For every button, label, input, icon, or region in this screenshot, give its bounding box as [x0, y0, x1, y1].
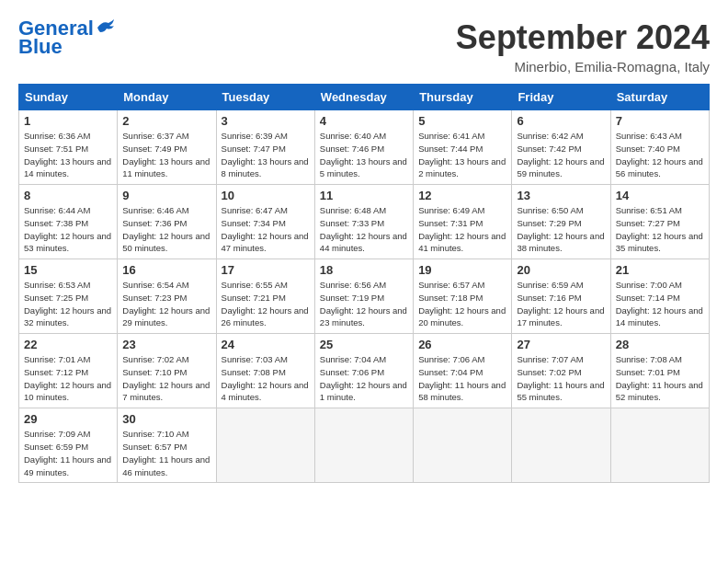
- calendar-table: SundayMondayTuesdayWednesdayThursdayFrid…: [18, 84, 710, 483]
- day-info: Sunrise: 6:50 AMSunset: 7:29 PMDaylight:…: [517, 205, 604, 253]
- weekday-header-sunday: Sunday: [19, 85, 118, 110]
- day-number: 8: [24, 189, 112, 202]
- day-info: Sunrise: 7:06 AMSunset: 7:04 PMDaylight:…: [418, 354, 506, 402]
- logo: General Blue: [18, 18, 116, 57]
- day-info: Sunrise: 6:42 AMSunset: 7:42 PMDaylight:…: [517, 131, 604, 178]
- calendar-day-cell: 17 Sunrise: 6:55 AMSunset: 7:21 PMDaylig…: [216, 259, 314, 334]
- day-number: 19: [418, 263, 506, 277]
- day-info: Sunrise: 6:43 AMSunset: 7:40 PMDaylight:…: [616, 131, 703, 178]
- day-info: Sunrise: 6:55 AMSunset: 7:21 PMDaylight:…: [222, 280, 309, 327]
- day-info: Sunrise: 6:44 AMSunset: 7:38 PMDaylight:…: [24, 205, 111, 253]
- day-info: Sunrise: 7:02 AMSunset: 7:10 PMDaylight:…: [122, 354, 210, 402]
- day-number: 6: [517, 114, 605, 128]
- day-number: 13: [517, 189, 605, 202]
- empty-cell: [414, 408, 512, 483]
- day-info: Sunrise: 6:56 AMSunset: 7:19 PMDaylight:…: [320, 280, 407, 327]
- day-info: Sunrise: 7:09 AMSunset: 6:59 PMDaylight:…: [24, 429, 111, 477]
- day-number: 3: [222, 114, 310, 128]
- calendar-day-cell: 23 Sunrise: 7:02 AMSunset: 7:10 PMDaylig…: [118, 334, 216, 408]
- day-info: Sunrise: 6:49 AMSunset: 7:31 PMDaylight:…: [418, 205, 506, 253]
- day-number: 22: [24, 338, 112, 351]
- weekday-header-wednesday: Wednesday: [314, 85, 413, 110]
- day-info: Sunrise: 6:57 AMSunset: 7:18 PMDaylight:…: [418, 280, 506, 327]
- day-number: 20: [517, 263, 605, 277]
- calendar-day-cell: 20 Sunrise: 6:59 AMSunset: 7:16 PMDaylig…: [512, 259, 610, 334]
- day-number: 10: [222, 189, 310, 202]
- calendar-day-cell: 27 Sunrise: 7:07 AMSunset: 7:02 PMDaylig…: [512, 334, 610, 408]
- day-info: Sunrise: 6:54 AMSunset: 7:23 PMDaylight:…: [122, 280, 210, 327]
- day-number: 23: [122, 338, 210, 351]
- weekday-header-friday: Friday: [512, 85, 610, 110]
- day-number: 1: [24, 114, 112, 128]
- empty-cell: [512, 408, 610, 483]
- day-info: Sunrise: 7:00 AMSunset: 7:14 PMDaylight:…: [616, 280, 703, 327]
- logo-bird-icon: [96, 18, 116, 35]
- weekday-header-tuesday: Tuesday: [216, 85, 314, 110]
- calendar-day-cell: 6 Sunrise: 6:42 AMSunset: 7:42 PMDayligh…: [512, 110, 610, 185]
- day-info: Sunrise: 6:47 AMSunset: 7:34 PMDaylight:…: [222, 205, 309, 253]
- day-info: Sunrise: 7:08 AMSunset: 7:01 PMDaylight:…: [616, 354, 703, 402]
- weekday-header-saturday: Saturday: [610, 85, 709, 110]
- day-info: Sunrise: 7:10 AMSunset: 6:57 PMDaylight:…: [122, 429, 210, 477]
- calendar-day-cell: 19 Sunrise: 6:57 AMSunset: 7:18 PMDaylig…: [414, 259, 512, 334]
- month-title: September 2024: [456, 18, 710, 57]
- page-header: General Blue September 2024 Minerbio, Em…: [18, 18, 710, 75]
- calendar-day-cell: 10 Sunrise: 6:47 AMSunset: 7:34 PMDaylig…: [216, 185, 314, 259]
- calendar-day-cell: 30 Sunrise: 7:10 AMSunset: 6:57 PMDaylig…: [118, 408, 216, 483]
- day-number: 26: [418, 338, 506, 351]
- calendar-day-cell: 12 Sunrise: 6:49 AMSunset: 7:31 PMDaylig…: [414, 185, 512, 259]
- day-number: 25: [320, 338, 408, 351]
- weekday-header-thursday: Thursday: [414, 85, 512, 110]
- day-info: Sunrise: 7:04 AMSunset: 7:06 PMDaylight:…: [320, 354, 407, 402]
- day-info: Sunrise: 6:36 AMSunset: 7:51 PMDaylight:…: [24, 131, 111, 178]
- empty-cell: [610, 408, 709, 483]
- calendar-day-cell: 22 Sunrise: 7:01 AMSunset: 7:12 PMDaylig…: [19, 334, 118, 408]
- day-info: Sunrise: 6:59 AMSunset: 7:16 PMDaylight:…: [517, 280, 604, 327]
- day-number: 30: [122, 412, 210, 426]
- calendar-day-cell: 21 Sunrise: 7:00 AMSunset: 7:14 PMDaylig…: [610, 259, 709, 334]
- calendar-day-cell: 26 Sunrise: 7:06 AMSunset: 7:04 PMDaylig…: [414, 334, 512, 408]
- calendar-day-cell: 8 Sunrise: 6:44 AMSunset: 7:38 PMDayligh…: [19, 185, 118, 259]
- location-subtitle: Minerbio, Emilia-Romagna, Italy: [456, 59, 710, 75]
- calendar-day-cell: 15 Sunrise: 6:53 AMSunset: 7:25 PMDaylig…: [19, 259, 118, 334]
- day-number: 17: [222, 263, 310, 277]
- day-info: Sunrise: 6:51 AMSunset: 7:27 PMDaylight:…: [616, 205, 703, 253]
- calendar-day-cell: 24 Sunrise: 7:03 AMSunset: 7:08 PMDaylig…: [216, 334, 314, 408]
- calendar-day-cell: 18 Sunrise: 6:56 AMSunset: 7:19 PMDaylig…: [314, 259, 413, 334]
- day-info: Sunrise: 7:01 AMSunset: 7:12 PMDaylight:…: [24, 354, 111, 402]
- day-info: Sunrise: 7:07 AMSunset: 7:02 PMDaylight:…: [517, 354, 604, 402]
- calendar-day-cell: 4 Sunrise: 6:40 AMSunset: 7:46 PMDayligh…: [314, 110, 413, 185]
- day-number: 4: [320, 114, 408, 128]
- calendar-day-cell: 2 Sunrise: 6:37 AMSunset: 7:49 PMDayligh…: [118, 110, 216, 185]
- calendar-day-cell: 29 Sunrise: 7:09 AMSunset: 6:59 PMDaylig…: [19, 408, 118, 483]
- calendar-day-cell: 7 Sunrise: 6:43 AMSunset: 7:40 PMDayligh…: [610, 110, 709, 185]
- day-info: Sunrise: 6:48 AMSunset: 7:33 PMDaylight:…: [320, 205, 407, 253]
- day-info: Sunrise: 6:53 AMSunset: 7:25 PMDaylight:…: [24, 280, 111, 327]
- day-number: 21: [616, 263, 704, 277]
- day-number: 15: [24, 263, 112, 277]
- day-info: Sunrise: 6:46 AMSunset: 7:36 PMDaylight:…: [122, 205, 210, 253]
- day-number: 2: [122, 114, 210, 128]
- day-info: Sunrise: 6:39 AMSunset: 7:47 PMDaylight:…: [222, 131, 309, 178]
- weekday-header-monday: Monday: [118, 85, 216, 110]
- day-number: 16: [122, 263, 210, 277]
- empty-cell: [216, 408, 314, 483]
- day-info: Sunrise: 6:41 AMSunset: 7:44 PMDaylight:…: [418, 131, 506, 178]
- calendar-day-cell: 16 Sunrise: 6:54 AMSunset: 7:23 PMDaylig…: [118, 259, 216, 334]
- day-info: Sunrise: 6:37 AMSunset: 7:49 PMDaylight:…: [122, 131, 210, 178]
- calendar-day-cell: 5 Sunrise: 6:41 AMSunset: 7:44 PMDayligh…: [414, 110, 512, 185]
- day-number: 7: [616, 114, 704, 128]
- calendar-day-cell: 13 Sunrise: 6:50 AMSunset: 7:29 PMDaylig…: [512, 185, 610, 259]
- day-info: Sunrise: 7:03 AMSunset: 7:08 PMDaylight:…: [222, 354, 309, 402]
- day-number: 28: [616, 338, 704, 351]
- calendar-day-cell: 11 Sunrise: 6:48 AMSunset: 7:33 PMDaylig…: [314, 185, 413, 259]
- calendar-day-cell: 1 Sunrise: 6:36 AMSunset: 7:51 PMDayligh…: [19, 110, 118, 185]
- logo-blue-text: Blue: [18, 35, 63, 58]
- empty-cell: [314, 408, 413, 483]
- day-number: 27: [517, 338, 605, 351]
- day-number: 11: [320, 189, 408, 202]
- day-number: 14: [616, 189, 704, 202]
- calendar-day-cell: 9 Sunrise: 6:46 AMSunset: 7:36 PMDayligh…: [118, 185, 216, 259]
- calendar-day-cell: 25 Sunrise: 7:04 AMSunset: 7:06 PMDaylig…: [314, 334, 413, 408]
- day-number: 29: [24, 412, 112, 426]
